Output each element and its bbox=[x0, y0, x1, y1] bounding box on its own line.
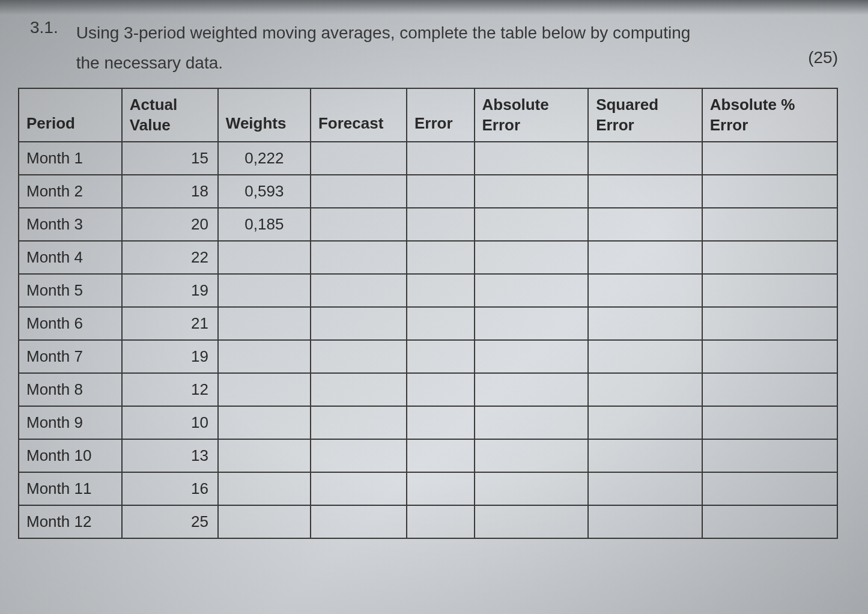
header-pct-bottom: Error bbox=[710, 115, 830, 136]
cell-forecast bbox=[311, 505, 407, 538]
cell-absolute-error bbox=[475, 142, 589, 175]
cell-actual: 16 bbox=[122, 472, 218, 505]
cell-absolute-error bbox=[475, 307, 589, 340]
cell-squared-error bbox=[588, 373, 702, 406]
cell-actual: 10 bbox=[122, 406, 218, 439]
header-error-text: Error bbox=[414, 114, 467, 134]
header-absolute-error: Absolute Error bbox=[475, 88, 589, 142]
table-row: Month 3200,185 bbox=[19, 208, 837, 241]
header-actual-bottom: Value bbox=[130, 115, 210, 136]
cell-weights bbox=[218, 406, 311, 439]
question-text-wrap: Using 3-period weighted moving averages,… bbox=[76, 18, 850, 79]
header-abs-top: Absolute bbox=[482, 95, 581, 115]
cell-period: Month 1 bbox=[19, 142, 122, 175]
cell-period: Month 9 bbox=[19, 406, 122, 439]
cell-error bbox=[407, 472, 475, 505]
cell-weights: 0,185 bbox=[218, 208, 311, 241]
header-pct-top: Absolute % bbox=[710, 95, 830, 115]
cell-actual: 15 bbox=[122, 142, 218, 175]
cell-absolute-pct-error bbox=[702, 505, 837, 538]
cell-period: Month 10 bbox=[19, 439, 122, 472]
cell-error bbox=[407, 241, 475, 274]
table-row: Month 1150,222 bbox=[19, 142, 837, 175]
header-actual: Actual Value bbox=[122, 88, 218, 142]
header-squared-error: Squared Error bbox=[588, 88, 702, 142]
cell-absolute-pct-error bbox=[702, 406, 837, 439]
cell-weights bbox=[218, 373, 311, 406]
header-abs-bottom: Error bbox=[482, 115, 581, 136]
data-table: Period Actual Value Weights Forecast Err… bbox=[18, 88, 838, 540]
cell-forecast bbox=[311, 274, 407, 307]
cell-absolute-pct-error bbox=[702, 340, 837, 373]
cell-forecast bbox=[311, 142, 407, 175]
question-text-line1: Using 3-period weighted moving averages,… bbox=[76, 18, 850, 48]
cell-period: Month 7 bbox=[19, 340, 122, 373]
table-row: Month 621 bbox=[19, 307, 837, 340]
table-header: Period Actual Value Weights Forecast Err… bbox=[19, 88, 837, 142]
cell-period: Month 12 bbox=[19, 505, 122, 538]
table-row: Month 1225 bbox=[19, 505, 837, 538]
cell-actual: 12 bbox=[122, 373, 218, 406]
cell-actual: 20 bbox=[122, 208, 218, 241]
cell-squared-error bbox=[588, 241, 702, 274]
cell-weights bbox=[218, 472, 311, 505]
table-row: Month 422 bbox=[19, 241, 837, 274]
header-weights-text: Weights bbox=[226, 114, 303, 134]
cell-forecast bbox=[311, 241, 407, 274]
cell-squared-error bbox=[588, 142, 702, 175]
question-number: 3.1. bbox=[18, 18, 58, 37]
cell-absolute-error bbox=[475, 208, 589, 241]
cell-actual: 18 bbox=[122, 175, 218, 208]
cell-error bbox=[407, 142, 475, 175]
cell-absolute-error bbox=[475, 274, 589, 307]
cell-absolute-error bbox=[475, 340, 589, 373]
cell-error bbox=[407, 505, 475, 538]
cell-absolute-error bbox=[475, 472, 589, 505]
question-text-line2: the necessary data. bbox=[76, 48, 850, 78]
cell-weights bbox=[218, 241, 311, 274]
table-row: Month 1116 bbox=[19, 472, 837, 505]
table-row: Month 910 bbox=[19, 406, 837, 439]
cell-absolute-pct-error bbox=[702, 373, 837, 406]
header-sq-top: Squared bbox=[596, 95, 694, 115]
cell-weights bbox=[218, 439, 311, 472]
cell-period: Month 6 bbox=[19, 307, 122, 340]
cell-absolute-pct-error bbox=[702, 175, 837, 208]
cell-error bbox=[407, 373, 475, 406]
cell-squared-error bbox=[588, 175, 702, 208]
cell-actual: 19 bbox=[122, 340, 218, 373]
cell-error bbox=[407, 208, 475, 241]
cell-weights: 0,593 bbox=[218, 175, 311, 208]
table-row: Month 2180,593 bbox=[19, 175, 837, 208]
cell-forecast bbox=[311, 373, 407, 406]
cell-forecast bbox=[311, 472, 407, 505]
cell-absolute-error bbox=[475, 373, 589, 406]
cell-period: Month 5 bbox=[19, 274, 122, 307]
cell-squared-error bbox=[588, 406, 702, 439]
header-actual-top: Actual bbox=[130, 95, 210, 115]
cell-error bbox=[407, 406, 475, 439]
cell-period: Month 8 bbox=[19, 373, 122, 406]
cell-weights bbox=[218, 340, 311, 373]
header-forecast-text: Forecast bbox=[318, 114, 399, 134]
cell-squared-error bbox=[588, 307, 702, 340]
cell-absolute-error bbox=[475, 439, 589, 472]
question-marks: (25) bbox=[808, 48, 838, 67]
cell-error bbox=[407, 274, 475, 307]
cell-weights bbox=[218, 307, 311, 340]
cell-absolute-error bbox=[475, 505, 589, 538]
header-period: Period bbox=[19, 88, 122, 142]
header-row: Period Actual Value Weights Forecast Err… bbox=[19, 88, 837, 142]
table-row: Month 1013 bbox=[19, 439, 837, 472]
cell-squared-error bbox=[588, 472, 702, 505]
cell-absolute-error bbox=[475, 175, 589, 208]
cell-actual: 21 bbox=[122, 307, 218, 340]
header-absolute-pct-error: Absolute % Error bbox=[702, 88, 837, 142]
header-period-text: Period bbox=[26, 114, 114, 134]
page-content: 3.1. Using 3-period weighted moving aver… bbox=[0, 0, 868, 551]
cell-actual: 19 bbox=[122, 274, 218, 307]
table-body: Month 1150,222Month 2180,593Month 3200,1… bbox=[19, 142, 837, 538]
cell-error bbox=[407, 439, 475, 472]
cell-actual: 13 bbox=[122, 439, 218, 472]
cell-period: Month 3 bbox=[19, 208, 122, 241]
